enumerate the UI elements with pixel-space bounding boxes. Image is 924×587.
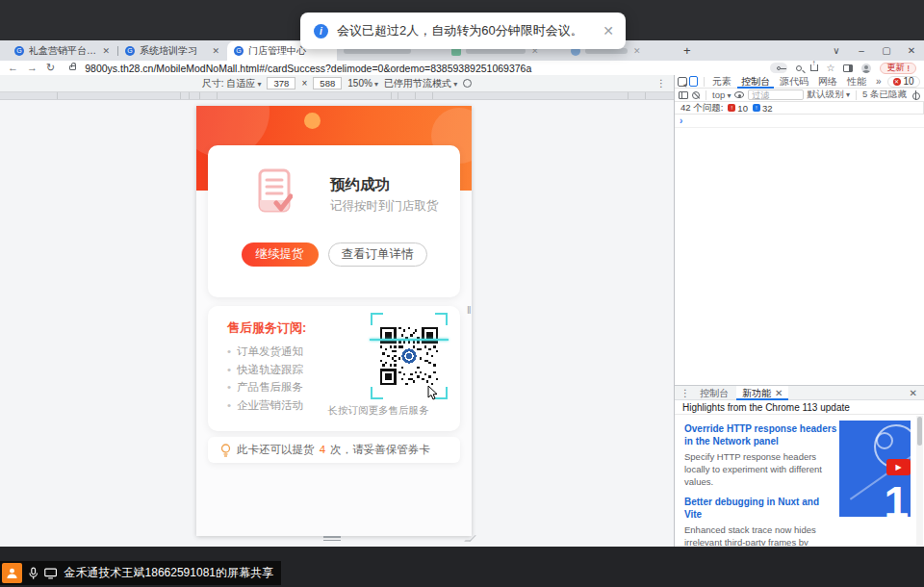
mouse-cursor: [427, 385, 439, 401]
dimensions-select[interactable]: 尺寸: 自适应: [202, 77, 262, 90]
chrome-update-button[interactable]: 更新 !: [880, 63, 916, 74]
device-toolbar: 尺寸: 自适应 × 150% 已停用节流模式 ⋮: [0, 75, 674, 92]
issues-info-badge: ! 32: [753, 103, 773, 114]
tab-close-icon[interactable]: ✕: [632, 46, 642, 56]
device-height-input[interactable]: [313, 77, 342, 89]
media-query-bar[interactable]: [0, 92, 674, 100]
person-icon: [6, 567, 18, 579]
window-controls: ∨ – ▢ ✕: [824, 40, 924, 61]
bullet-icon: •: [227, 399, 231, 411]
devtools-tab-performance[interactable]: 性能: [843, 75, 870, 89]
minimize-button[interactable]: –: [849, 45, 874, 56]
device-resize-handle-corner[interactable]: [464, 535, 476, 541]
throttle-select[interactable]: 已停用节流模式: [384, 77, 457, 90]
whatsnew-content: Override HTTP response headers in the Ne…: [675, 415, 924, 546]
key-icon: [777, 66, 781, 70]
prompt-chevron-icon: ›: [680, 115, 682, 126]
js-context-select[interactable]: top: [712, 89, 731, 100]
devtools-tab-network[interactable]: 网络: [814, 75, 841, 89]
device-toolbar-toggle-icon[interactable]: [689, 76, 698, 87]
tab-training[interactable]: G 系统培训学习 ✕: [118, 41, 227, 61]
order-success-icon: [258, 168, 293, 215]
inspect-element-icon[interactable]: [678, 77, 687, 87]
page-pane: 尺寸: 自适应 × 150% 已停用节流模式 ⋮: [0, 75, 674, 547]
tab-search-icon[interactable]: ∨: [824, 45, 849, 56]
share-icon[interactable]: [810, 64, 818, 71]
rotate-icon[interactable]: [463, 79, 472, 88]
site-favicon: G: [125, 46, 135, 56]
new-tab-button[interactable]: +: [683, 43, 691, 58]
whatsnew-link-override-headers[interactable]: Override HTTP response headers in the Ne…: [684, 422, 838, 447]
chrome-113-video-thumbnail[interactable]: ▶ 1: [839, 421, 911, 517]
tip-text: 此卡还可以提货 4 次，请妥善保管券卡: [237, 443, 430, 457]
drawer-scrollbar[interactable]: [916, 416, 923, 546]
share-status-text: 金禾通技术王斌18662591081的屏幕共享: [64, 565, 273, 581]
screen-icon: [44, 568, 57, 579]
drawer-menu-icon[interactable]: ⋮: [679, 388, 692, 398]
microphone-icon: [29, 567, 38, 580]
tab-gift-admin[interactable]: G 礼盒营销平台管理中心 ✕: [8, 41, 117, 61]
side-panel-icon[interactable]: [843, 64, 853, 72]
live-expression-eye-icon[interactable]: [734, 91, 744, 98]
console-filter-input[interactable]: [748, 89, 803, 100]
console-sidebar-icon[interactable]: [679, 91, 688, 99]
zoom-icon[interactable]: [796, 65, 802, 71]
view-order-button[interactable]: 查看订单详情: [328, 242, 427, 267]
info-badge-icon: !: [753, 104, 760, 112]
device-resize-handle-right[interactable]: ‖: [467, 304, 471, 316]
play-button-icon[interactable]: ▶: [886, 459, 911, 475]
separator: [706, 90, 706, 100]
lock-icon[interactable]: [69, 65, 76, 70]
desktop-background: 金禾通技术王斌18662591081的屏幕共享: [0, 547, 924, 587]
close-window-button[interactable]: ✕: [899, 45, 924, 56]
viewport-background: 预约成功 记得按时到门店取货 继续提货 查看订单详情 售后服务订阅: •订单发货…: [0, 100, 674, 547]
password-manager-icon[interactable]: [770, 63, 787, 73]
error-counter[interactable]: ✕ 10: [887, 76, 920, 88]
bullet-icon: •: [227, 381, 231, 393]
tab-close-icon[interactable]: ✕: [101, 46, 111, 56]
subscribe-title: 售后服务订阅:: [227, 319, 306, 337]
devtools-tab-console[interactable]: 控制台: [737, 75, 774, 89]
drawer-tab-console[interactable]: 控制台: [694, 386, 734, 400]
device-toolbar-menu-icon[interactable]: ⋮: [656, 78, 666, 89]
success-title: 预约成功: [330, 175, 390, 195]
clear-console-icon[interactable]: [692, 91, 700, 99]
issues-error-badge: ! 10: [728, 103, 748, 114]
url-bar[interactable]: 9800ys.th28.cn/MobileModNoMall.html#/car…: [85, 63, 760, 74]
console-prompt[interactable]: ›: [675, 115, 924, 128]
site-favicon: G: [14, 46, 24, 56]
reload-button[interactable]: ↻: [46, 63, 55, 73]
zoom-select[interactable]: 150%: [347, 78, 378, 89]
device-resize-handle-bottom[interactable]: [323, 536, 341, 543]
log-level-select[interactable]: 默认级别: [808, 89, 850, 101]
success-subtitle: 记得按时到门店取货: [330, 198, 439, 215]
issues-bar[interactable]: 42 个问题: ! 10 ! 32: [675, 102, 924, 115]
drawer-tab-whatsnew[interactable]: 新功能 ✕: [736, 386, 788, 400]
whatsnew-link-nuxt-vite[interactable]: Better debugging in Nuxt and Vite: [684, 496, 838, 521]
separator: [704, 77, 705, 87]
back-button[interactable]: ←: [8, 63, 18, 73]
tab-close-icon[interactable]: ✕: [211, 46, 220, 56]
bookmark-star-icon[interactable]: ☆: [827, 63, 835, 73]
profile-avatar[interactable]: [861, 64, 871, 73]
toast-close-icon[interactable]: ✕: [603, 23, 614, 38]
device-width-input[interactable]: [267, 77, 295, 89]
decor-circle: [304, 113, 321, 129]
more-tabs-icon[interactable]: »: [872, 75, 886, 89]
devtools-panel: 元素 控制台 源代码 网络 性能 » ✕ 10 ⋮ ✕: [674, 75, 924, 547]
devtools-tab-sources[interactable]: 源代码: [776, 75, 812, 89]
scrollbar-thumb[interactable]: [917, 417, 922, 446]
continue-pickup-button[interactable]: 继续提货: [242, 242, 319, 267]
list-item: •订单发货通知: [227, 343, 303, 361]
screen-share-bar: 金禾通技术王斌18662591081的屏幕共享: [0, 561, 281, 585]
devtools-tab-elements[interactable]: 元素: [708, 75, 735, 89]
bullet-icon: •: [227, 364, 231, 375]
drawer-close-icon[interactable]: ✕: [907, 388, 920, 398]
drawer-tab-close-icon[interactable]: ✕: [775, 386, 783, 400]
maximize-button[interactable]: ▢: [874, 45, 899, 56]
console-settings-gear-icon[interactable]: [911, 90, 920, 100]
info-icon: i: [314, 24, 328, 38]
hidden-messages-count: 5 条已隐藏: [862, 89, 907, 101]
forward-button[interactable]: →: [27, 63, 38, 73]
subscribe-card: 售后服务订阅: •订单发货通知 •快递轨迹跟踪 •产品售后服务 •企业营销活动: [208, 306, 460, 431]
